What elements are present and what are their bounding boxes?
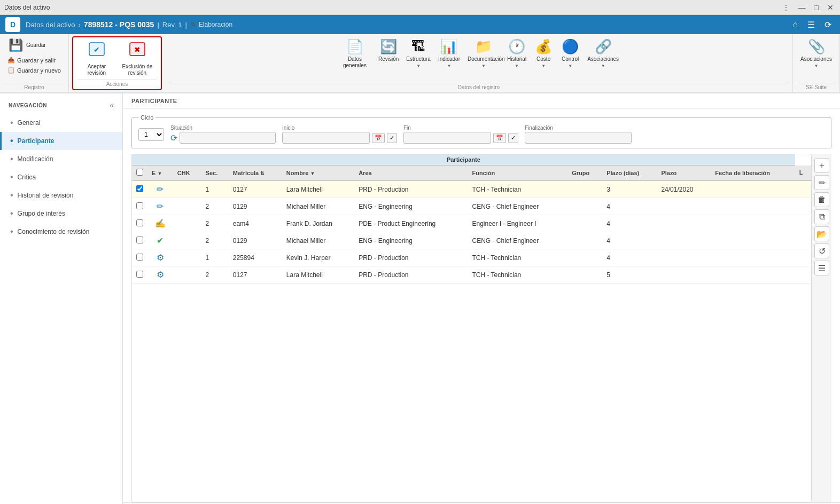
aceptar-revision-label: Aceptar revisión bbox=[81, 64, 113, 76]
exclusion-revision-svg: ✖ bbox=[129, 42, 146, 59]
row-fecha-liberacion-cell bbox=[711, 266, 795, 284]
row-checkbox-1[interactable] bbox=[136, 202, 143, 209]
exclusion-revision-label: Exclusión de revisión bbox=[121, 64, 153, 76]
row-checkbox-0[interactable] bbox=[136, 185, 143, 192]
row-checkbox-2[interactable] bbox=[136, 219, 143, 226]
row-matricula-cell: 0127 bbox=[229, 180, 282, 198]
minimize-button[interactable]: — bbox=[796, 3, 808, 12]
guardar-button[interactable]: 💾 Guardar bbox=[4, 36, 64, 54]
fin-label: Fin bbox=[403, 125, 518, 131]
row-nombre-cell: Lara Mitchell bbox=[282, 180, 354, 198]
estructura-arrow: ▼ bbox=[416, 64, 421, 68]
row-plazo-cell bbox=[657, 266, 711, 284]
row-grupo-cell bbox=[567, 215, 602, 232]
row-checkbox-4[interactable] bbox=[136, 254, 143, 261]
estructura-button[interactable]: 🏗 Estructura ▼ bbox=[403, 36, 434, 70]
registro-label: Registro bbox=[4, 83, 64, 90]
table-row: ✏ 1 0127 Lara Mitchell PRD - Production … bbox=[132, 180, 811, 198]
sesuite-label: SE Suite bbox=[797, 83, 835, 90]
row-area-cell: PRD - Production bbox=[354, 266, 468, 284]
costo-icon: 💰 bbox=[535, 38, 552, 55]
inicio-calendar-button[interactable]: 📅 bbox=[372, 133, 385, 143]
edit-row-button[interactable]: ✏ bbox=[814, 175, 829, 190]
historial-button[interactable]: 🕐 Historial ▼ bbox=[504, 36, 530, 70]
row-e-cell: ✍ bbox=[147, 215, 173, 232]
folder-row-button[interactable]: 📂 bbox=[814, 226, 829, 241]
guardar-salir-button[interactable]: 📤 Guardar y salir bbox=[4, 56, 59, 65]
inicio-input[interactable]: 21/01/2020 bbox=[282, 132, 370, 144]
title-text: Datos del activo bbox=[4, 4, 50, 11]
sesuite-asociaciones-button[interactable]: 📎 Asociaciones ▼ bbox=[797, 36, 835, 70]
fin-input[interactable] bbox=[403, 132, 491, 144]
grupo-interes-dot: • bbox=[10, 209, 13, 218]
sidebar-collapse-button[interactable]: « bbox=[110, 101, 114, 109]
participante-label: Participante bbox=[18, 137, 55, 145]
costo-label: Costo bbox=[536, 56, 550, 62]
row-grupo-cell bbox=[567, 198, 602, 215]
exclusion-revision-button[interactable]: ✖ Exclusión de revisión bbox=[118, 40, 157, 78]
col-nombre-sort: ▼ bbox=[310, 171, 315, 176]
select-all-checkbox[interactable] bbox=[136, 169, 143, 176]
copy-row-button[interactable]: ⧉ bbox=[814, 209, 829, 224]
table-wrapper: Participante E ▼ CHK Sec. Matrícula ⇅ No… bbox=[131, 154, 812, 502]
finalizacion-input[interactable] bbox=[525, 132, 632, 144]
datos-content: 📄 Datos generales 🔄 Revisión 🏗 Estructur… bbox=[336, 36, 622, 82]
app-home-button[interactable]: ⌂ bbox=[789, 19, 801, 31]
app-search-button[interactable]: ⟳ bbox=[821, 19, 835, 31]
app-menu-button[interactable]: ☰ bbox=[804, 19, 818, 31]
fin-clear-button[interactable]: ✓ bbox=[508, 133, 518, 143]
documentacion-icon: 📁 bbox=[475, 38, 492, 55]
situacion-input[interactable]: En revisión bbox=[180, 132, 276, 144]
col-matricula: Matrícula ⇅ bbox=[229, 166, 282, 181]
row-grupo-cell bbox=[567, 180, 602, 198]
row-checkbox-3[interactable] bbox=[136, 237, 143, 243]
historial-label: Historial bbox=[507, 56, 526, 62]
row-plazo-dias-cell: 4 bbox=[602, 249, 657, 266]
acciones-label: Acciones bbox=[77, 80, 157, 87]
participant-group-header: Participante bbox=[132, 154, 795, 166]
control-label: Control bbox=[562, 56, 579, 62]
critica-label: Crítica bbox=[18, 174, 36, 181]
sidebar-item-grupo-interes[interactable]: • Grupo de interés bbox=[0, 204, 122, 223]
row-l-cell bbox=[795, 198, 811, 215]
revision-button[interactable]: 🔄 Revisión bbox=[375, 36, 402, 65]
delete-row-button[interactable]: 🗑 bbox=[814, 192, 829, 207]
col-matricula-sort: ⇅ bbox=[260, 171, 265, 176]
sidebar-item-modificacion[interactable]: • Modificación bbox=[0, 150, 122, 168]
close-button[interactable]: ✕ bbox=[825, 3, 836, 12]
row-grupo-cell bbox=[567, 232, 602, 249]
sidebar-item-general[interactable]: • General bbox=[0, 114, 122, 132]
inicio-clear-button[interactable]: ✓ bbox=[387, 133, 397, 143]
add-row-button[interactable]: ＋ bbox=[814, 158, 829, 173]
row-area-cell: ENG - Engineering bbox=[354, 198, 468, 215]
sidebar-item-participante[interactable]: • Participante bbox=[0, 132, 122, 150]
guardar-nuevo-button[interactable]: 📋 Guardar y nuevo bbox=[4, 66, 64, 75]
row-checkbox-5[interactable] bbox=[136, 271, 143, 278]
row-checkbox-cell bbox=[132, 266, 147, 284]
row-fecha-liberacion-cell bbox=[711, 198, 795, 215]
aceptar-revision-button[interactable]: ✔ Aceptar revisión bbox=[77, 40, 116, 78]
indicador-button[interactable]: 📊 Indicador ▼ bbox=[435, 36, 463, 70]
row-sec-cell: 2 bbox=[201, 266, 229, 284]
list-row-button[interactable]: ☰ bbox=[814, 261, 829, 275]
situacion-field: ⟳ En revisión bbox=[170, 132, 276, 144]
costo-button[interactable]: 💰 Costo ▼ bbox=[531, 36, 556, 70]
row-e-cell: ✔ bbox=[147, 232, 173, 249]
sidebar-item-historial-revision[interactable]: • Historial de revisión bbox=[0, 186, 122, 204]
sidebar-item-conocimiento-revision[interactable]: • Conocimiento de revisión bbox=[0, 223, 122, 241]
asociaciones-button[interactable]: 🔗 Asociaciones ▼ bbox=[584, 36, 622, 70]
aceptar-revision-svg: ✔ bbox=[88, 42, 105, 59]
e-check-icon: ✔ bbox=[157, 236, 164, 245]
datos-generales-button[interactable]: 📄 Datos generales bbox=[336, 36, 374, 71]
maximize-button[interactable]: □ bbox=[812, 3, 821, 12]
documentacion-button[interactable]: 📁 Documentación ▼ bbox=[464, 36, 503, 70]
refresh-row-button[interactable]: ↺ bbox=[814, 243, 829, 258]
ribbon-datos-group: 📄 Datos generales 🔄 Revisión 🏗 Estructur… bbox=[165, 34, 793, 92]
col-e-arrow: ▼ bbox=[157, 171, 162, 176]
sidebar-item-critica[interactable]: • Crítica bbox=[0, 168, 122, 186]
menu-button[interactable]: ⋮ bbox=[780, 3, 792, 12]
cycle-number-select[interactable]: 1 2 bbox=[138, 128, 164, 141]
control-button[interactable]: 🔵 Control ▼ bbox=[557, 36, 583, 70]
situacion-group: Situación ⟳ En revisión bbox=[170, 125, 276, 144]
fin-calendar-button[interactable]: 📅 bbox=[493, 133, 506, 143]
